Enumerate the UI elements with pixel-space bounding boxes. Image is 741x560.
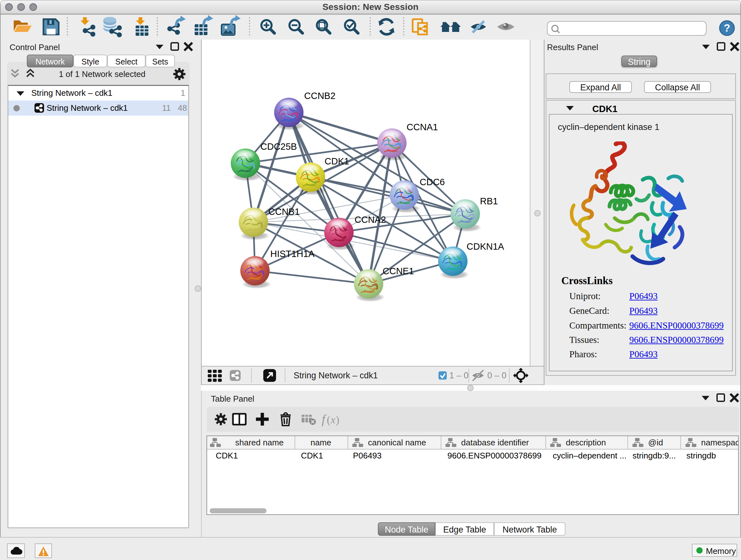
svg-text:9606.ENSP00000378699: 9606.ENSP00000378699 [448,451,542,460]
svg-text:CDC25B: CDC25B [260,141,297,152]
svg-text:database identifier: database identifier [461,438,529,447]
svg-text:CCNA1: CCNA1 [407,122,438,132]
svg-text:CCNA2: CCNA2 [354,214,386,225]
svg-text:cyclin–dependent ...: cyclin–dependent ... [553,451,626,460]
svg-text:HIST1H1A: HIST1H1A [270,249,315,259]
svg-text:P06493: P06493 [353,451,382,460]
svg-text:f: f [322,412,327,426]
svg-text:@id: @id [648,438,663,447]
svg-text:CDK1: CDK1 [325,156,349,166]
svg-text:stringdb: stringdb [686,451,716,460]
svg-text:CDK1: CDK1 [216,451,238,460]
svg-text:x: x [330,414,335,426]
svg-text:String Network – cdk1: String Network – cdk1 [293,371,378,380]
svg-text:canonical name: canonical name [368,438,426,447]
svg-text:CCNB2: CCNB2 [304,91,335,101]
svg-text:description: description [566,438,606,447]
svg-text:CDKN1A: CDKN1A [467,241,504,252]
svg-text:CCNB1: CCNB1 [268,206,300,217]
svg-text:1 – 0: 1 – 0 [449,371,468,380]
svg-text:RB1: RB1 [480,196,498,206]
svg-text:shared name: shared name [235,438,284,447]
svg-text:CCNE1: CCNE1 [383,266,414,276]
svg-text:): ) [336,414,339,426]
svg-text:?: ? [724,22,730,34]
svg-text:stringdb:9...: stringdb:9... [632,451,676,460]
svg-text:(: ( [327,414,330,426]
svg-text:0 – 0: 0 – 0 [487,371,507,380]
svg-text:namespace: namespace [701,438,738,447]
svg-text:CDC6: CDC6 [420,177,445,187]
svg-text:CDK1: CDK1 [301,451,323,460]
svg-text:name: name [311,438,331,447]
